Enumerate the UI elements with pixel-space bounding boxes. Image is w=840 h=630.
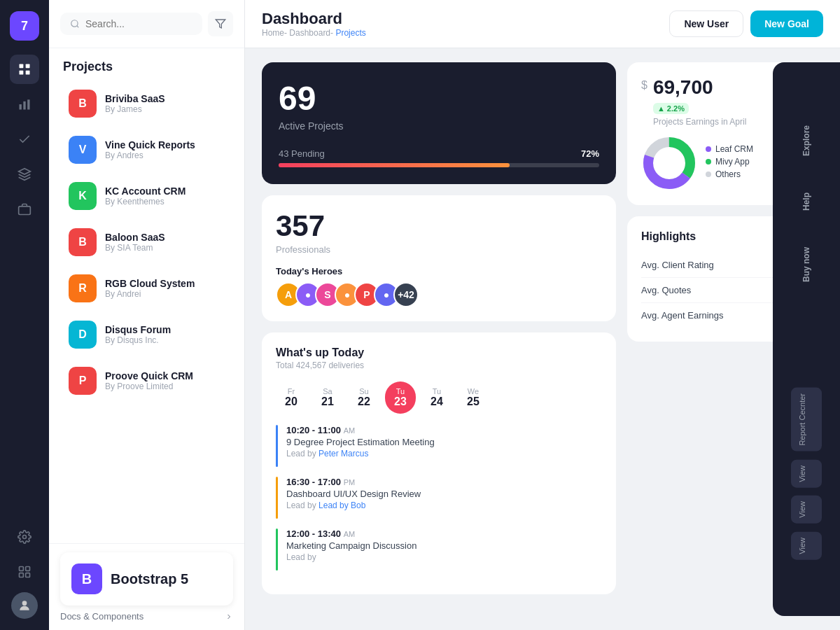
project-item-1[interactable]: B Briviba SaaS By James — [55, 81, 239, 126]
project-item-7[interactable]: P Proove Quick CRM By Proove Limited — [55, 358, 239, 403]
stats-card: 357 Professionals Today's Heroes A●S●P●+… — [262, 195, 616, 321]
event-bar — [276, 425, 278, 467]
nav-icon-chart[interactable] — [10, 90, 39, 119]
project-item-6[interactable]: D Disqus Forum By Disqus Inc. — [55, 312, 239, 357]
event-lead: Lead by Peter Marcus — [286, 449, 435, 458]
event-lead-link[interactable]: Peter Marcus — [318, 449, 368, 458]
project-item-5[interactable]: R RGB Cloud System By Andrei — [55, 266, 239, 311]
nav-icon-settings[interactable] — [10, 522, 39, 552]
calendar-day-22[interactable]: Su22 — [349, 382, 379, 414]
view-button-1[interactable]: View — [791, 460, 822, 488]
sidebar-search-area — [49, 0, 244, 48]
project-icon: B — [69, 228, 97, 256]
overlay-tab-explore[interactable]: Explore — [802, 118, 811, 163]
pending-row: 43 Pending 72% — [279, 148, 599, 159]
project-by: By Andrei — [105, 289, 195, 299]
nav-icon-check[interactable] — [10, 125, 39, 154]
project-name: Briviba SaaS — [105, 93, 165, 104]
earnings-dollar: $ — [641, 79, 648, 92]
project-by: By Andres — [105, 150, 195, 160]
main-header: Dashboard Home- Dashboard- Projects New … — [245, 0, 840, 48]
highlight-name: Avg. Agent Earnings — [641, 310, 724, 321]
svg-marker-7 — [19, 169, 31, 174]
event-lead: Lead by Lead by Bob — [286, 500, 421, 510]
sidebar-bottom: B Bootstrap 5 Docs & Components — [49, 543, 244, 630]
svg-rect-13 — [26, 573, 30, 578]
highlight-name: Avg. Quotes — [641, 285, 691, 295]
calendar-day-23[interactable]: Tu23 — [385, 382, 416, 414]
project-item-3[interactable]: K KC Account CRM By Keenthemes — [55, 174, 239, 218]
event-content: 12:00 - 13:40 AM Marketing Campaign Disc… — [286, 528, 416, 562]
event-time: 10:20 - 11:00 AM — [286, 425, 435, 435]
svg-rect-0 — [20, 64, 24, 69]
project-icon: D — [69, 321, 97, 349]
event-lead: Lead by — [286, 552, 416, 562]
user-avatar-number[interactable]: 7 — [10, 11, 39, 41]
earnings-label: Projects Earnings in April — [653, 117, 746, 127]
legend-name: Mivy App — [706, 157, 750, 167]
event-title: Marketing Campaign Discussion — [286, 540, 416, 551]
bootstrap-label: Bootstrap 5 — [111, 571, 188, 587]
calendar-day-20[interactable]: Fr20 — [276, 382, 307, 414]
project-item-4[interactable]: B Baloon SaaS By SIA Team — [55, 220, 239, 265]
svg-point-15 — [71, 20, 78, 27]
event-lead-link[interactable]: Lead by Bob — [318, 500, 365, 510]
report-center-button[interactable]: Report Cecnter — [791, 388, 822, 451]
filter-button[interactable] — [208, 11, 233, 36]
project-icon: V — [69, 136, 97, 164]
view-button-3[interactable]: View — [791, 532, 822, 560]
earnings-info: 69,700 ▲ 2.2% Projects Earnings in April — [653, 76, 746, 127]
calendar-day-25[interactable]: We25 — [458, 382, 489, 414]
schedule-event: 10:20 - 11:00 AM 9 Degree Project Estima… — [276, 425, 602, 467]
svg-rect-1 — [26, 64, 30, 69]
nav-icon-layers[interactable] — [10, 160, 39, 189]
docs-row: Docs & Components — [60, 606, 233, 622]
new-user-button[interactable]: New User — [669, 10, 743, 37]
nav-icon-dashboard2[interactable] — [10, 557, 39, 587]
search-box[interactable] — [60, 13, 202, 35]
overlay-tab-help[interactable]: Help — [802, 186, 811, 218]
event-time: 12:00 - 13:40 AM — [286, 528, 416, 539]
project-list: B Briviba SaaS By James V Vine Quick Rep… — [49, 80, 244, 543]
progress-pct: 72% — [581, 148, 599, 159]
calendar-day-21[interactable]: Sa21 — [312, 382, 343, 414]
event-bar — [276, 528, 278, 570]
search-icon — [70, 18, 80, 29]
project-icon: B — [69, 90, 97, 118]
project-info: KC Account CRM By Keenthemes — [105, 186, 186, 206]
search-input[interactable] — [85, 18, 192, 29]
legend-dot — [706, 159, 711, 164]
overlay-buttons: Report Cecnter View View View — [791, 388, 822, 560]
breadcrumb: Home- Dashboard- Projects — [262, 28, 366, 38]
user-profile-avatar[interactable] — [11, 592, 38, 619]
project-icon: K — [69, 182, 97, 210]
overlay-tab-buynow[interactable]: Buy now — [802, 240, 811, 289]
svg-point-14 — [22, 601, 27, 606]
right-column: $ 69,700 ▲ 2.2% Projects Earnings in Apr… — [627, 62, 823, 616]
dashboard-body: 69 Active Projects 43 Pending 72% 357 Pr… — [245, 48, 840, 630]
new-goal-button[interactable]: New Goal — [750, 10, 823, 37]
calendar-day-24[interactable]: Tu24 — [421, 382, 452, 414]
left-column: 69 Active Projects 43 Pending 72% 357 Pr… — [262, 62, 616, 616]
docs-link[interactable]: Docs & Components — [60, 611, 144, 622]
project-item-2[interactable]: V Vine Quick Reports By Andres — [55, 127, 239, 172]
view-button-2[interactable]: View — [791, 496, 822, 524]
schedule-subtitle: Total 424,567 deliveries — [276, 360, 602, 370]
hero-avatar: +42 — [393, 282, 419, 307]
nav-icon-briefcase[interactable] — [10, 195, 39, 224]
overlay-panel: Explore Help Buy now Report Cecnter View… — [773, 62, 840, 616]
bootstrap-icon: B — [71, 564, 102, 594]
project-info: RGB Cloud System By Andrei — [105, 278, 195, 299]
svg-point-9 — [23, 536, 27, 539]
active-projects-number: 69 — [279, 79, 599, 118]
progress-bar-bg — [279, 163, 599, 167]
nav-icon-grid[interactable] — [10, 55, 39, 84]
svg-rect-2 — [20, 71, 24, 75]
earnings-badge: ▲ 2.2% — [653, 103, 689, 114]
legend-name: Leaf CRM — [706, 144, 753, 154]
schedule-event: 16:30 - 17:00 PM Dashboard UI/UX Design … — [276, 477, 602, 519]
legend-name: Others — [706, 169, 741, 179]
donut-chart — [641, 135, 697, 191]
svg-rect-4 — [20, 104, 22, 110]
project-by: By Proove Limited — [105, 382, 193, 391]
